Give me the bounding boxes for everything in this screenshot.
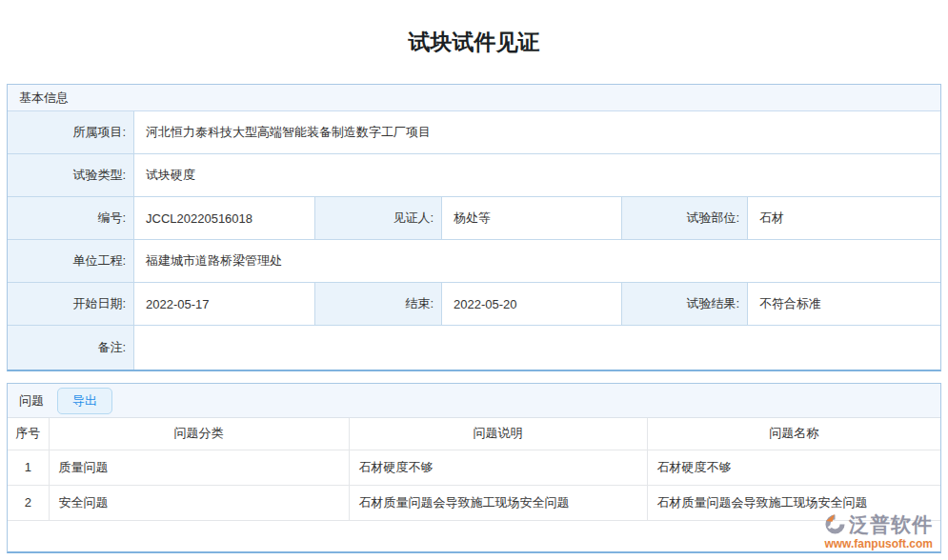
field-value-number: JCCL20220516018 xyxy=(134,197,315,239)
cell-name: 石材质量问题会导致施工现场安全问题 xyxy=(647,485,940,520)
form-row-dates: 开始日期: 2022-05-17 结束: 2022-05-20 试验结果: 不符… xyxy=(8,283,940,326)
table-header-row: 序号 问题分类 问题说明 问题名称 xyxy=(8,418,940,450)
basic-info-section-header: 基本信息 xyxy=(8,85,940,111)
field-value-unit-project: 福建城市道路桥梁管理处 xyxy=(134,240,940,282)
col-header-description: 问题说明 xyxy=(349,418,647,450)
cell-description: 石材质量问题会导致施工现场安全问题 xyxy=(349,485,647,520)
cell-name: 石材硬度不够 xyxy=(647,450,940,485)
form-row-test-type: 试验类型: 试块硬度 xyxy=(8,154,940,197)
export-button[interactable]: 导出 xyxy=(57,388,112,414)
problems-panel: 问题 导出 序号 问题分类 问题说明 问题名称 1 质量问题 石材硬度不够 石材… xyxy=(7,383,941,553)
basic-info-panel: 基本信息 所属项目: 河北恒力泰科技大型高端智能装备制造数字工厂项目 试验类型:… xyxy=(7,84,941,371)
problems-table: 序号 问题分类 问题说明 问题名称 1 质量问题 石材硬度不够 石材硬度不够 2… xyxy=(8,418,940,521)
field-label-number: 编号: xyxy=(8,197,134,239)
field-value-project: 河北恒力泰科技大型高端智能装备制造数字工厂项目 xyxy=(134,111,940,153)
field-value-witness: 杨处等 xyxy=(442,197,622,239)
field-label-start-date: 开始日期: xyxy=(8,283,134,325)
cell-category: 安全问题 xyxy=(49,485,349,520)
field-value-start-date: 2022-05-17 xyxy=(134,283,315,325)
watermark-url: www.fanpusoft.com xyxy=(824,538,933,550)
col-header-category: 问题分类 xyxy=(49,418,349,450)
field-label-unit-project: 单位工程: xyxy=(8,240,134,282)
col-header-name: 问题名称 xyxy=(647,418,940,450)
field-label-witness: 见证人: xyxy=(315,197,442,239)
problems-section-title: 问题 xyxy=(19,392,44,410)
field-label-project: 所属项目: xyxy=(8,111,134,153)
cell-description: 石材硬度不够 xyxy=(349,450,647,485)
field-value-end-date: 2022-05-20 xyxy=(442,283,622,325)
table-row: 2 安全问题 石材质量问题会导致施工现场安全问题 石材质量问题会导致施工现场安全… xyxy=(8,485,940,520)
problems-section-header: 问题 导出 xyxy=(8,384,940,418)
form-row-remark: 备注: xyxy=(8,326,940,370)
field-value-test-result: 不符合标准 xyxy=(748,283,940,325)
form-row-unit-project: 单位工程: 福建城市道路桥梁管理处 xyxy=(8,240,940,283)
field-label-test-type: 试验类型: xyxy=(8,154,134,196)
cell-category: 质量问题 xyxy=(49,450,349,485)
col-header-no: 序号 xyxy=(8,418,49,450)
form-row-project: 所属项目: 河北恒力泰科技大型高端智能装备制造数字工厂项目 xyxy=(8,111,940,154)
field-label-remark: 备注: xyxy=(8,326,134,370)
table-row: 1 质量问题 石材硬度不够 石材硬度不够 xyxy=(8,450,940,485)
field-value-test-type: 试块硬度 xyxy=(134,154,940,196)
field-label-end-date: 结束: xyxy=(315,283,442,325)
page-title: 试块试件见证 xyxy=(0,29,948,55)
form-row-number: 编号: JCCL20220516018 见证人: 杨处等 试验部位: 石材 xyxy=(8,197,940,240)
field-value-remark xyxy=(134,326,940,370)
field-label-test-part: 试验部位: xyxy=(622,197,748,239)
cell-no: 1 xyxy=(8,450,49,485)
field-value-test-part: 石材 xyxy=(748,197,940,239)
cell-no: 2 xyxy=(8,485,49,520)
field-label-test-result: 试验结果: xyxy=(622,283,748,325)
